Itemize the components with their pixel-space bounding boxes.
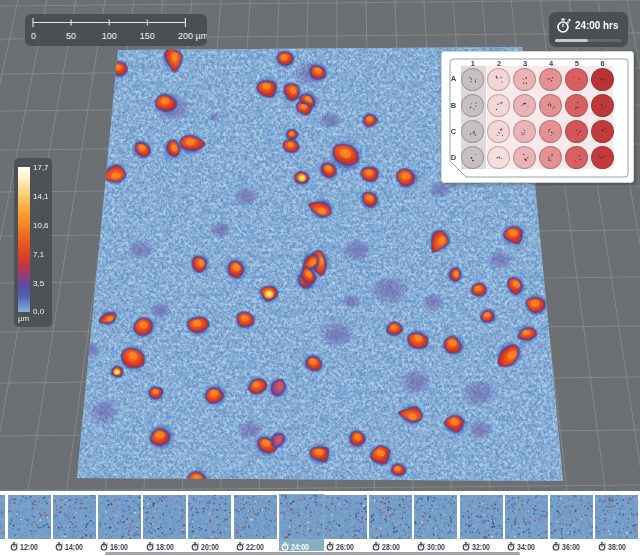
svg-text:µm: µm: [196, 31, 208, 41]
svg-text:0: 0: [31, 31, 36, 41]
svg-text:150: 150: [140, 31, 155, 41]
svg-text:200: 200: [178, 31, 193, 41]
svg-text:100: 100: [102, 31, 117, 41]
svg-text:50: 50: [66, 31, 76, 41]
